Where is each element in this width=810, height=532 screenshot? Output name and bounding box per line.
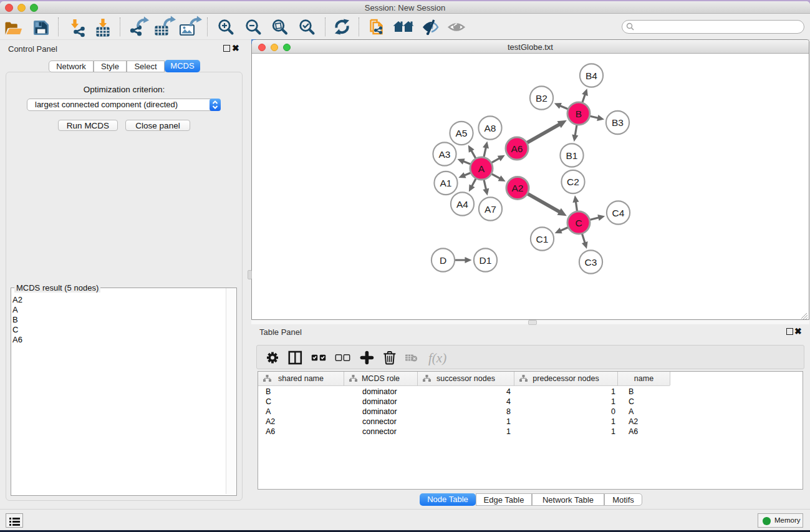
svg-text:C1: C1 [536, 234, 549, 244]
svg-text:C4: C4 [612, 208, 625, 218]
svg-text:A: A [478, 163, 485, 174]
svg-text:B1: B1 [566, 150, 578, 161]
svg-text:A5: A5 [456, 128, 468, 138]
svg-text:A6: A6 [511, 143, 523, 154]
svg-text:A3: A3 [439, 149, 451, 160]
svg-text:C: C [575, 218, 582, 228]
svg-text:f(x): f(x) [428, 351, 446, 365]
svg-text:D: D [440, 255, 446, 266]
svg-text:A7: A7 [485, 204, 496, 215]
svg-text:B4: B4 [586, 70, 597, 81]
svg-text:A8: A8 [485, 123, 496, 133]
svg-text:D1: D1 [480, 255, 492, 266]
svg-text:A1: A1 [440, 178, 452, 188]
svg-text:C3: C3 [585, 257, 597, 268]
svg-text:B: B [576, 109, 582, 119]
svg-text:A2: A2 [512, 183, 524, 193]
svg-text:B2: B2 [536, 93, 547, 104]
svg-text:C2: C2 [567, 177, 579, 187]
svg-text:A4: A4 [456, 199, 468, 210]
svg-text:B3: B3 [612, 117, 624, 128]
